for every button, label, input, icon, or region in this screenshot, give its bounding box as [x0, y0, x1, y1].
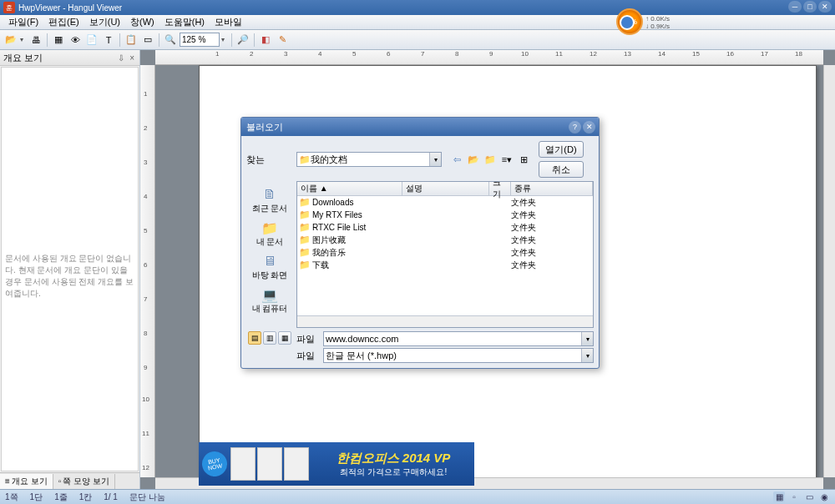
scrollbar-vertical[interactable]	[823, 65, 835, 477]
preview-icon[interactable]: ▦	[51, 33, 66, 48]
statusbar: 1쪽 1단 1줄 1칸 1/ 1 문단 나눔 ▦ ▫ ▭ ◉	[0, 489, 835, 504]
print-icon[interactable]: 🖶	[28, 33, 43, 48]
zoom-fit-icon[interactable]: ▭	[803, 491, 815, 503]
back-icon[interactable]: ⇦	[450, 153, 463, 166]
stat-down: ↓ 0.9K/s	[645, 23, 670, 30]
menu-edit[interactable]: 편집(E)	[43, 15, 84, 29]
list-item[interactable]: 📁下载文件夹	[297, 259, 593, 271]
minimize-button[interactable]: ─	[788, 1, 802, 13]
col-name[interactable]: 이름 ▲	[297, 182, 402, 195]
open-icon[interactable]: 📂	[3, 33, 18, 48]
recent-icon: 🗎	[260, 186, 280, 203]
view-mode-icon[interactable]: ▦	[773, 491, 785, 503]
status-section: 문단 나눔	[129, 491, 165, 503]
list-header: 이름 ▲ 설명 크기 종류	[297, 182, 593, 196]
dialog-help-icon[interactable]: ?	[569, 121, 581, 134]
view-list-icon[interactable]: ▥	[263, 331, 276, 345]
view-icons: ▤ ▥ ▦	[246, 331, 293, 345]
chevron-down-icon[interactable]: ▾	[429, 153, 441, 166]
open-button[interactable]: 열기(D)	[539, 141, 584, 158]
select-icon[interactable]: ▭	[140, 33, 155, 48]
list-item[interactable]: 📁My RTX Files文件夹	[297, 209, 593, 221]
dialog-title: 불러오기	[246, 121, 283, 134]
close-button[interactable]: ✕	[818, 1, 832, 13]
status-page: 1쪽	[5, 491, 18, 503]
filename-label: 파일	[296, 333, 320, 345]
text-icon[interactable]: T	[101, 33, 116, 48]
chevron-down-icon[interactable]: ▾	[581, 349, 593, 362]
tree-icon[interactable]: ⊞	[517, 153, 530, 166]
list-item[interactable]: 📁图片收藏文件夹	[297, 234, 593, 246]
list-item[interactable]: 📁RTXC File List文件夹	[297, 221, 593, 234]
tab-outline[interactable]: ≡개요 보기	[0, 474, 53, 489]
filename-input[interactable]: www.downcc.com ▾	[323, 331, 594, 346]
search-icon[interactable]: 🔎	[235, 33, 250, 48]
menu-mobile[interactable]: 모바일	[210, 15, 247, 29]
ad-title: 한컴오피스 2014 VP	[316, 451, 471, 466]
file-name: 下载	[312, 260, 329, 271]
promo-badge[interactable]	[620, 15, 635, 30]
menu-help[interactable]: 도움말(H)	[159, 15, 210, 29]
menu-file[interactable]: 파일(F)	[3, 15, 43, 29]
doc-icon[interactable]: 📄	[84, 33, 99, 48]
filetype-combo[interactable]: 한글 문서 (*.hwp) ▾	[323, 348, 594, 363]
list-rows: 📁Downloads文件夹📁My RTX Files文件夹📁RTXC File …	[297, 196, 593, 315]
list-scrollbar-h[interactable]	[297, 315, 593, 327]
status-ch: 1칸	[79, 491, 93, 503]
file-name: 图片收藏	[312, 234, 346, 246]
zoom-in-icon[interactable]: ◉	[818, 491, 830, 503]
place-mydocs[interactable]: 📁내 문서	[248, 218, 291, 249]
list-item[interactable]: 📁Downloads文件夹	[297, 196, 593, 209]
view-menu-icon[interactable]: ≡▾	[500, 153, 514, 166]
ruler-horizontal[interactable]: 123456789101112131415161718	[155, 50, 823, 65]
ad-subtitle: 최적의 가격으로 구매하세요!	[316, 466, 471, 478]
new-folder-icon[interactable]: 📁	[483, 153, 497, 166]
tab-page-layout[interactable]: ▫쪽 모양 보기	[53, 474, 115, 489]
find-icon[interactable]: 👁	[68, 33, 83, 48]
sidebar-close-icon[interactable]: ×	[128, 53, 136, 63]
sidebar-tabs: ≡개요 보기 ▫쪽 모양 보기	[0, 472, 139, 489]
status-dan: 1단	[30, 491, 43, 503]
chevron-down-icon[interactable]: ▾	[581, 332, 593, 345]
zoom-icon[interactable]: 🔍	[163, 33, 178, 48]
place-computer[interactable]: 💻내 컴퓨터	[248, 285, 291, 316]
computer-icon: 💻	[260, 286, 280, 303]
sidebar: 개요 보기 ⇩ × 문서에 사용된 개요 문단이 없습니다. 현재 문서에 개요…	[0, 50, 140, 489]
look-in-label: 찾는	[246, 154, 293, 166]
highlight-icon[interactable]: ◧	[258, 33, 273, 48]
menu-window[interactable]: 창(W)	[125, 15, 159, 29]
app-name: HwpViewer	[18, 3, 60, 13]
view-thumb-icon[interactable]: ▦	[278, 331, 291, 345]
file-type: 文件夹	[511, 234, 593, 246]
col-size[interactable]: 크기	[489, 182, 511, 195]
place-desktop[interactable]: 🖥바탕 화면	[248, 251, 291, 283]
marker-icon[interactable]: ✎	[275, 33, 290, 48]
ruler-vertical[interactable]: 123456789101112	[140, 65, 155, 477]
look-in-combo[interactable]: 📁 我的文档 ▾	[296, 152, 442, 167]
menu-view[interactable]: 보기(U)	[84, 15, 125, 29]
look-in-value: 我的文档	[311, 154, 347, 166]
copy-icon[interactable]: 📋	[124, 33, 139, 48]
dialog-close-icon[interactable]: ✕	[583, 121, 595, 134]
place-recent[interactable]: 🗎최근 문서	[248, 184, 291, 216]
col-type[interactable]: 종류	[511, 182, 593, 195]
dialog-titlebar[interactable]: 불러오기 ? ✕	[241, 118, 599, 136]
zoom-out-icon[interactable]: ▫	[788, 491, 800, 503]
zoom-dropdown[interactable]: ▾	[221, 36, 228, 43]
desktop-icon: 🖥	[260, 253, 280, 270]
list-item[interactable]: 📁我的音乐文件夹	[297, 246, 593, 259]
sidebar-pin-icon[interactable]: ⇩	[116, 53, 126, 63]
cancel-button[interactable]: 취소	[539, 161, 584, 178]
col-desc[interactable]: 설명	[402, 182, 489, 195]
file-type: 文件夹	[511, 247, 593, 259]
zoom-input[interactable]: 125 %	[180, 33, 220, 47]
ad-banner[interactable]: BUY NOW 한컴오피스 2014 VP 최적의 가격으로 구매하세요!	[199, 442, 474, 486]
open-dropdown[interactable]: ▾	[20, 36, 27, 43]
file-list: 이름 ▲ 설명 크기 종류 📁Downloads文件夹📁My RTX Files…	[296, 181, 594, 328]
folder-icon: 📁	[299, 234, 311, 245]
folder-icon: 📁	[299, 260, 311, 270]
view-details-icon[interactable]: ▤	[248, 331, 261, 345]
maximize-button[interactable]: □	[803, 1, 817, 13]
up-icon[interactable]: 📂	[467, 153, 480, 166]
stat-up: ↑ 0.0K/s	[645, 15, 670, 23]
